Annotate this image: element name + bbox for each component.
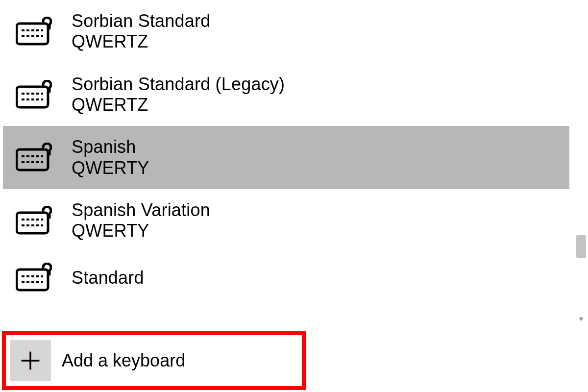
scrollbar[interactable]: ▾ (574, 0, 588, 326)
svg-rect-6 (17, 149, 48, 170)
add-keyboard-highlight: Add a keyboard (2, 331, 306, 390)
keyboard-icon (16, 143, 52, 172)
keyboard-icon (16, 206, 52, 235)
add-keyboard-button[interactable]: Add a keyboard (6, 335, 302, 386)
keyboard-layout-list[interactable]: Sorbian Standard QWERTZ Sorbian Standard… (3, 0, 569, 326)
layout-type: QWERTY (72, 157, 149, 178)
add-keyboard-label: Add a keyboard (62, 350, 185, 371)
layout-type: QWERTZ (72, 31, 210, 52)
layout-type: QWERTZ (72, 94, 285, 115)
keyboard-icon (16, 17, 52, 46)
keyboard-icon (16, 263, 52, 292)
layout-name: Spanish (72, 137, 149, 157)
layout-item-spanish[interactable]: Spanish QWERTY (3, 126, 569, 189)
svg-rect-3 (17, 87, 48, 107)
plus-icon (10, 340, 51, 381)
layout-name: Standard (72, 268, 144, 288)
layout-item-sorbian-standard[interactable]: Sorbian Standard QWERTZ (3, 0, 569, 63)
layout-name: Sorbian Standard (Legacy) (72, 74, 285, 94)
keyboard-icon (16, 80, 52, 109)
layout-name: Sorbian Standard (72, 11, 210, 31)
svg-rect-12 (17, 270, 48, 290)
layout-item-spanish-variation[interactable]: Spanish Variation QWERTY (3, 189, 569, 252)
layout-item-standard[interactable]: Standard (3, 252, 569, 303)
scrollbar-thumb[interactable] (576, 235, 586, 258)
svg-rect-0 (17, 24, 48, 44)
chevron-down-icon[interactable]: ▾ (575, 313, 587, 324)
svg-rect-9 (17, 213, 48, 233)
layout-name: Spanish Variation (72, 200, 210, 220)
layout-type: QWERTY (72, 220, 210, 241)
layout-item-sorbian-standard-legacy[interactable]: Sorbian Standard (Legacy) QWERTZ (3, 63, 569, 126)
